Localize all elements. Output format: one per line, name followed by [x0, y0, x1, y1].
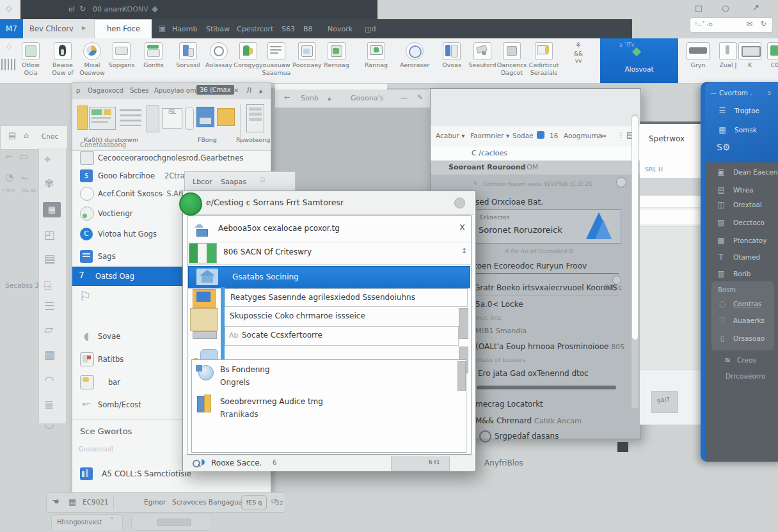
sidebar-item-drrcoaeorro[interactable]: Drrcoaéorro [726, 372, 765, 380]
strip-icon[interactable]: ◡ [44, 417, 54, 430]
ribbon-button-k[interactable]: K [736, 42, 764, 69]
strip-icon[interactable]: ◰ [44, 228, 55, 241]
sidebar-item-comtras[interactable]: ◌Comtras [715, 299, 761, 308]
arrows-icon[interactable]: ⇔ [601, 132, 607, 139]
strip-icon[interactable]: ✾ [44, 176, 54, 190]
strip-icon[interactable]: ▤ [44, 252, 55, 265]
dark-tab-item[interactable]: Novork [328, 25, 353, 33]
footer-grip[interactable]: 6 t1 [391, 457, 450, 471]
ribbon-button-otlow[interactable]: OtlowOcia [13, 42, 49, 77]
dialog-row-skuposscie[interactable]: Skuposscie Coko chrmaroe issseice [225, 307, 457, 325]
printer-icon[interactable]: ▤ [8, 130, 16, 140]
form-row-chooser[interactable]: C /cacloes [431, 146, 640, 161]
strip-icon[interactable]: ⍈ [44, 279, 51, 293]
pin-icon[interactable]: Л [246, 86, 251, 95]
toggle-stack-icon[interactable] [185, 107, 194, 130]
dialog-close-x[interactable]: X [459, 223, 465, 232]
tool-icon[interactable]: ⌐ [5, 151, 13, 162]
sidebar-item-somsk[interactable]: ▦Somsk [715, 125, 757, 134]
tool-icon[interactable]: ⌙ [20, 171, 29, 183]
calc-icon[interactable]: ISL [162, 108, 182, 129]
strip-icon[interactable]: ≣ [44, 398, 54, 411]
tall-cabinet-icon[interactable] [246, 104, 264, 132]
strip-icon[interactable]: ▩ [44, 348, 55, 361]
ribbon-button-vv[interactable]: ⚘ &&vv [567, 41, 590, 65]
sheet-tab-empty[interactable] [131, 513, 212, 531]
sidebar-item-auaaerks[interactable]: ♡Auaaerks [715, 316, 765, 325]
info-circle-icon[interactable] [616, 177, 626, 187]
mid-item-label[interactable]: Sonb [301, 94, 319, 102]
kite-icon[interactable]: ⚐ [79, 288, 91, 304]
scroll-thumb[interactable] [632, 116, 638, 340]
sidebar-item-wtrea[interactable]: ▤Wtrea [714, 185, 753, 194]
back-icon[interactable]: ← [284, 93, 290, 102]
sidebar-item-otamed[interactable]: TOtamed [714, 253, 760, 262]
settings-icon[interactable]: S⚙ [717, 142, 730, 152]
align-menu[interactable]: Aoogmuma [564, 132, 602, 139]
mid-item-label[interactable]: Gooona's [351, 94, 383, 102]
dialog-row-properties[interactable]: ☁ Aebooa5ox cexalocae pcoxor.tg X [187, 216, 471, 242]
folder-home-icon[interactable]: ⌂ [24, 130, 29, 140]
sublist-item-fondenng[interactable]: Bs Fondenng Ongrels [194, 364, 450, 392]
primary-ribbon-button[interactable]: a ˚ITv Alosvoat [600, 38, 678, 83]
strip-icon[interactable]: ▱ [44, 322, 53, 336]
ribbon-button-oancencs[interactable]: OancencsDagcot [494, 42, 530, 77]
dialog-row-reatyges[interactable]: Reatyges Sasennde agrilesxiedod Sssendoi… [225, 288, 468, 307]
dialog-tab-lbcor[interactable]: Lbcor [193, 178, 212, 186]
ribbon-button-c0[interactable]: C0 [765, 42, 778, 69]
close-window-button[interactable]: ↗ [752, 3, 759, 12]
tool-icon[interactable]: ▭ [19, 151, 28, 162]
bottom-badge[interactable]: fES q [241, 495, 267, 510]
restore-button[interactable]: ○ [722, 3, 729, 13]
search-input[interactable]: !=˚ ‹b ✉ ↻ [690, 17, 773, 33]
dark-tab-item[interactable]: B8 [303, 25, 313, 33]
sidebar-item-dean[interactable]: ▣Dean Eaecene [714, 168, 778, 176]
dark-tab-item[interactable]: ◫d [365, 25, 376, 33]
sidebar-item-borib[interactable]: ▥Borib [714, 269, 751, 278]
rightcol-row3[interactable] [640, 210, 701, 224]
ribbon-button-gontts[interactable]: Gontts [136, 42, 171, 69]
folder-yellow-icon[interactable] [77, 106, 88, 130]
dialog-help-icon[interactable] [454, 198, 465, 208]
cabinet-small-icon[interactable] [147, 106, 159, 132]
folder-orange-icon[interactable] [217, 108, 235, 126]
hand-icon[interactable]: ☚ [52, 497, 60, 506]
palette-tab[interactable]: Apuoylao om [154, 87, 196, 94]
form-line2[interactable]: Gratr Boeko irtsvxaiecrvuoel KoonnIS [474, 283, 619, 295]
sidebar-item-creos[interactable]: ≋Creos [720, 356, 756, 364]
font-size-value[interactable]: 16 [550, 132, 558, 139]
list-item-gearbetnes[interactable]: Cecooceoraroochgnolesrod.Gearbetnes [75, 149, 267, 167]
sidebar-item-orsasoao[interactable]: ▯Orsasoao [715, 334, 765, 343]
grid-table-icon[interactable]: ▦ [68, 497, 76, 506]
dialog-scroll-thumb[interactable] [459, 308, 468, 339]
search-mag-icon[interactable] [192, 459, 201, 468]
chevron-up-icon[interactable]: ▴ [259, 87, 262, 94]
dark-tab-item[interactable]: S63 [282, 25, 295, 33]
ribbon-button-aeroraser[interactable]: Aeroraser [397, 42, 433, 69]
brand-box[interactable]: Erkaecros Soronet Roruzoreick [473, 209, 621, 244]
sidebar-item-ptoncatoy[interactable]: ▩Ptoncatoy [714, 236, 767, 245]
dark-tab-item[interactable]: Cpestrcort [237, 25, 273, 33]
app-drop-icon[interactable]: ◇ [6, 4, 12, 13]
strip-icon[interactable]: ⌖ [44, 152, 51, 166]
form-line8[interactable]: M&& Chrenard Cahtk Ancam [475, 416, 582, 425]
bottom-item[interactable]: Scravoces Bangagua [172, 498, 242, 506]
titlebar-chevron[interactable]: el [68, 5, 75, 13]
ribbon-button-rernoag[interactable]: Rernoag [319, 42, 354, 69]
file-tab[interactable]: Bev Chlcorv [29, 24, 74, 33]
font-menu[interactable]: Acabur ▾ [436, 132, 464, 139]
close-icon[interactable]: ✕ [234, 87, 239, 94]
dialog-row-socate[interactable]: Ab Socate Ccsxfertoorre [225, 326, 459, 346]
style-menu[interactable]: Sodae [512, 132, 534, 139]
ribbon-button-sopgans[interactable]: Sopgans [104, 42, 139, 69]
strip-icon[interactable]: ☰ [44, 299, 54, 313]
ribbon-button-rannag[interactable]: Rannag [358, 42, 394, 69]
strip-icon[interactable]: ◠ [44, 373, 54, 387]
chevron-up-icon[interactable]: ▴ [328, 94, 331, 102]
resize-corner[interactable] [617, 442, 628, 452]
color-dot-icon[interactable] [537, 131, 544, 139]
dialog-row-selected[interactable]: Gsatabs Socining [188, 266, 470, 288]
sheet-tab[interactable]: Hhsngosnvxst˘ [51, 514, 123, 530]
list-lines-icon[interactable] [120, 109, 141, 126]
sidebar-item-oecctoco[interactable]: ▨Oecctoco [714, 218, 765, 227]
